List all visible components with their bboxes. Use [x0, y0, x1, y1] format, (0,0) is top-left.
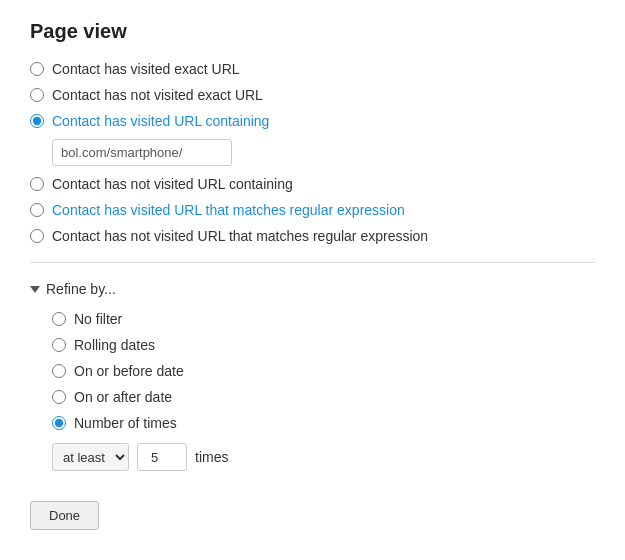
radio-not-exact-url[interactable]	[30, 88, 44, 102]
radio-on-or-before-date-label: On or before date	[74, 363, 184, 379]
refine-section: Refine by... No filter Rolling dates On …	[30, 281, 595, 471]
radio-url-containing[interactable]	[30, 114, 44, 128]
triangle-down-icon	[30, 286, 40, 293]
radio-number-of-times-label: Number of times	[74, 415, 177, 431]
radio-not-exact-url-label: Contact has not visited exact URL	[52, 87, 263, 103]
radio-no-filter-label: No filter	[74, 311, 122, 327]
page-title: Page view	[30, 20, 595, 43]
radio-option-6[interactable]: Contact has not visited URL that matches…	[30, 228, 595, 244]
refine-on-or-before[interactable]: On or before date	[52, 363, 595, 379]
radio-no-filter[interactable]	[52, 312, 66, 326]
radio-number-of-times[interactable]	[52, 416, 66, 430]
refine-label: Refine by...	[46, 281, 116, 297]
refine-no-filter[interactable]: No filter	[52, 311, 595, 327]
visit-options-group: Contact has visited exact URL Contact ha…	[30, 61, 595, 129]
refine-rolling-dates[interactable]: Rolling dates	[52, 337, 595, 353]
radio-not-matches-regex-label: Contact has not visited URL that matches…	[52, 228, 428, 244]
radio-not-containing[interactable]	[30, 177, 44, 191]
radio-exact-url[interactable]	[30, 62, 44, 76]
number-of-times-row: at least exactly at most times	[52, 443, 595, 471]
radio-rolling-dates[interactable]	[52, 338, 66, 352]
radio-option-1[interactable]: Contact has visited exact URL	[30, 61, 595, 77]
radio-not-containing-label: Contact has not visited URL containing	[52, 176, 293, 192]
refine-options-group: No filter Rolling dates On or before dat…	[52, 311, 595, 431]
radio-rolling-dates-label: Rolling dates	[74, 337, 155, 353]
times-suffix: times	[195, 449, 228, 465]
section-divider	[30, 262, 595, 263]
radio-option-5[interactable]: Contact has visited URL that matches reg…	[30, 202, 595, 218]
radio-not-matches-regex[interactable]	[30, 229, 44, 243]
radio-option-3[interactable]: Contact has visited URL containing	[30, 113, 595, 129]
done-button[interactable]: Done	[30, 501, 99, 530]
done-section: Done	[30, 501, 595, 530]
url-input-container	[52, 139, 595, 166]
radio-matches-regex[interactable]	[30, 203, 44, 217]
refine-number-of-times[interactable]: Number of times	[52, 415, 595, 431]
refine-header[interactable]: Refine by...	[30, 281, 595, 297]
times-count-input[interactable]	[137, 443, 187, 471]
visit-options-group-2: Contact has not visited URL containing C…	[30, 176, 595, 244]
radio-option-4[interactable]: Contact has not visited URL containing	[30, 176, 595, 192]
radio-on-or-after-date-label: On or after date	[74, 389, 172, 405]
url-text-input[interactable]	[52, 139, 232, 166]
radio-on-or-after-date[interactable]	[52, 390, 66, 404]
radio-exact-url-label: Contact has visited exact URL	[52, 61, 240, 77]
radio-url-containing-label: Contact has visited URL containing	[52, 113, 269, 129]
radio-on-or-before-date[interactable]	[52, 364, 66, 378]
at-least-dropdown[interactable]: at least exactly at most	[52, 443, 129, 471]
radio-matches-regex-label: Contact has visited URL that matches reg…	[52, 202, 405, 218]
refine-on-or-after[interactable]: On or after date	[52, 389, 595, 405]
radio-option-2[interactable]: Contact has not visited exact URL	[30, 87, 595, 103]
